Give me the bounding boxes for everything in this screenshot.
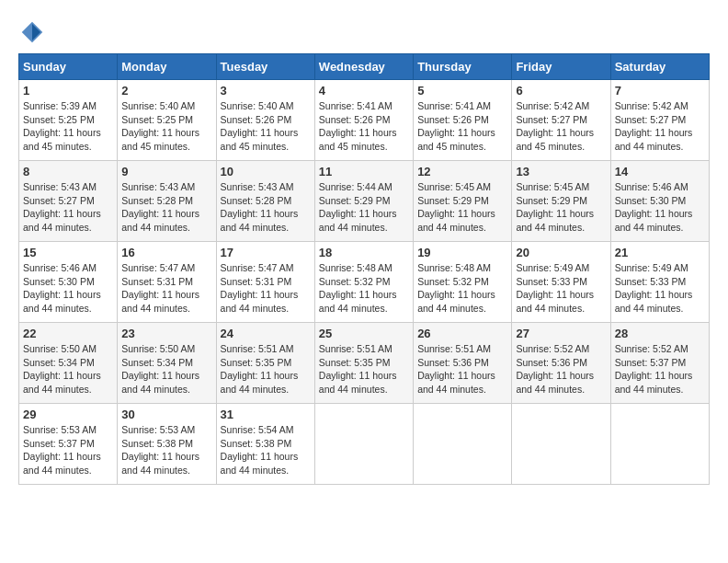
calendar-cell: 31 Sunrise: 5:54 AM Sunset: 5:38 PM Dayl…	[216, 404, 314, 485]
calendar-cell: 29 Sunrise: 5:53 AM Sunset: 5:37 PM Dayl…	[19, 404, 118, 485]
calendar-header-cell: Sunday	[19, 54, 118, 80]
day-number: 6	[516, 84, 606, 98]
calendar-cell: 6 Sunrise: 5:42 AM Sunset: 5:27 PM Dayli…	[512, 80, 610, 161]
day-number: 30	[121, 408, 211, 421]
day-number: 20	[516, 246, 606, 259]
calendar-week-row: 15 Sunrise: 5:46 AM Sunset: 5:30 PM Dayl…	[19, 242, 710, 323]
day-number: 24	[221, 327, 311, 340]
day-number: 31	[221, 408, 311, 421]
day-info: Sunrise: 5:40 AM Sunset: 5:25 PM Dayligh…	[121, 99, 211, 154]
day-number: 3	[221, 84, 311, 98]
calendar-cell	[512, 404, 610, 485]
calendar-cell: 28 Sunrise: 5:52 AM Sunset: 5:37 PM Dayl…	[610, 323, 709, 404]
calendar-cell: 18 Sunrise: 5:48 AM Sunset: 5:32 PM Dayl…	[314, 242, 413, 323]
day-number: 9	[121, 165, 211, 178]
day-info: Sunrise: 5:47 AM Sunset: 5:31 PM Dayligh…	[121, 261, 211, 316]
day-info: Sunrise: 5:49 AM Sunset: 5:33 PM Dayligh…	[516, 261, 606, 316]
day-info: Sunrise: 5:42 AM Sunset: 5:27 PM Dayligh…	[615, 99, 705, 154]
day-number: 16	[121, 246, 211, 259]
day-info: Sunrise: 5:51 AM Sunset: 5:36 PM Dayligh…	[417, 342, 507, 396]
day-info: Sunrise: 5:43 AM Sunset: 5:28 PM Dayligh…	[221, 180, 311, 235]
day-number: 2	[121, 84, 211, 98]
calendar-cell: 20 Sunrise: 5:49 AM Sunset: 5:33 PM Dayl…	[512, 242, 610, 323]
calendar-header-cell: Thursday	[414, 54, 512, 80]
calendar-cell: 30 Sunrise: 5:53 AM Sunset: 5:38 PM Dayl…	[118, 404, 216, 485]
calendar-header-cell: Tuesday	[216, 54, 314, 80]
calendar-week-row: 8 Sunrise: 5:43 AM Sunset: 5:27 PM Dayli…	[19, 161, 710, 242]
calendar-cell: 1 Sunrise: 5:39 AM Sunset: 5:25 PM Dayli…	[19, 80, 118, 161]
day-info: Sunrise: 5:41 AM Sunset: 5:26 PM Dayligh…	[319, 99, 409, 154]
day-number: 22	[23, 327, 113, 340]
calendar-header-row: SundayMondayTuesdayWednesdayThursdayFrid…	[19, 54, 710, 80]
calendar-cell: 25 Sunrise: 5:51 AM Sunset: 5:35 PM Dayl…	[314, 323, 413, 404]
calendar-week-row: 29 Sunrise: 5:53 AM Sunset: 5:37 PM Dayl…	[19, 404, 710, 485]
calendar-cell	[610, 404, 709, 485]
calendar-week-row: 1 Sunrise: 5:39 AM Sunset: 5:25 PM Dayli…	[19, 80, 710, 161]
calendar-cell: 24 Sunrise: 5:51 AM Sunset: 5:35 PM Dayl…	[216, 323, 314, 404]
calendar-cell: 11 Sunrise: 5:44 AM Sunset: 5:29 PM Dayl…	[314, 161, 413, 242]
calendar-cell: 13 Sunrise: 5:45 AM Sunset: 5:29 PM Dayl…	[512, 161, 610, 242]
calendar-cell	[414, 404, 512, 485]
day-info: Sunrise: 5:46 AM Sunset: 5:30 PM Dayligh…	[615, 180, 705, 235]
day-number: 27	[516, 327, 606, 340]
day-number: 28	[615, 327, 705, 340]
day-number: 26	[417, 327, 507, 340]
day-info: Sunrise: 5:43 AM Sunset: 5:27 PM Dayligh…	[23, 180, 113, 235]
day-number: 7	[615, 84, 705, 98]
calendar-cell: 14 Sunrise: 5:46 AM Sunset: 5:30 PM Dayl…	[610, 161, 709, 242]
calendar-cell: 12 Sunrise: 5:45 AM Sunset: 5:29 PM Dayl…	[414, 161, 512, 242]
calendar-body: 1 Sunrise: 5:39 AM Sunset: 5:25 PM Dayli…	[19, 80, 710, 485]
day-info: Sunrise: 5:52 AM Sunset: 5:37 PM Dayligh…	[615, 342, 705, 396]
day-info: Sunrise: 5:50 AM Sunset: 5:34 PM Dayligh…	[121, 342, 211, 396]
calendar-cell: 27 Sunrise: 5:52 AM Sunset: 5:36 PM Dayl…	[512, 323, 610, 404]
calendar-header-cell: Monday	[118, 54, 216, 80]
day-info: Sunrise: 5:53 AM Sunset: 5:38 PM Dayligh…	[121, 423, 211, 477]
day-info: Sunrise: 5:47 AM Sunset: 5:31 PM Dayligh…	[221, 261, 311, 316]
calendar-header-cell: Saturday	[610, 54, 709, 80]
day-number: 12	[417, 165, 507, 178]
day-number: 25	[319, 327, 409, 340]
day-number: 4	[319, 84, 409, 98]
calendar-cell: 21 Sunrise: 5:49 AM Sunset: 5:33 PM Dayl…	[610, 242, 709, 323]
calendar-cell: 5 Sunrise: 5:41 AM Sunset: 5:26 PM Dayli…	[414, 80, 512, 161]
day-number: 15	[23, 246, 113, 259]
day-info: Sunrise: 5:45 AM Sunset: 5:29 PM Dayligh…	[516, 180, 606, 235]
calendar-cell	[314, 404, 413, 485]
day-number: 21	[615, 246, 705, 259]
day-info: Sunrise: 5:50 AM Sunset: 5:34 PM Dayligh…	[23, 342, 113, 396]
day-number: 14	[615, 165, 705, 178]
calendar-cell: 26 Sunrise: 5:51 AM Sunset: 5:36 PM Dayl…	[414, 323, 512, 404]
day-number: 5	[417, 84, 507, 98]
day-number: 18	[319, 246, 409, 259]
logo	[18, 18, 50, 46]
calendar-cell: 4 Sunrise: 5:41 AM Sunset: 5:26 PM Dayli…	[314, 80, 413, 161]
day-info: Sunrise: 5:49 AM Sunset: 5:33 PM Dayligh…	[615, 261, 705, 316]
day-number: 23	[121, 327, 211, 340]
day-number: 19	[417, 246, 507, 259]
day-number: 1	[23, 84, 113, 98]
day-info: Sunrise: 5:54 AM Sunset: 5:38 PM Dayligh…	[221, 423, 311, 477]
day-info: Sunrise: 5:43 AM Sunset: 5:28 PM Dayligh…	[121, 180, 211, 235]
day-info: Sunrise: 5:48 AM Sunset: 5:32 PM Dayligh…	[319, 261, 409, 316]
calendar-cell: 22 Sunrise: 5:50 AM Sunset: 5:34 PM Dayl…	[19, 323, 118, 404]
day-info: Sunrise: 5:52 AM Sunset: 5:36 PM Dayligh…	[516, 342, 606, 396]
day-info: Sunrise: 5:51 AM Sunset: 5:35 PM Dayligh…	[319, 342, 409, 396]
calendar-cell: 23 Sunrise: 5:50 AM Sunset: 5:34 PM Dayl…	[118, 323, 216, 404]
calendar-cell: 3 Sunrise: 5:40 AM Sunset: 5:26 PM Dayli…	[216, 80, 314, 161]
day-number: 10	[221, 165, 311, 178]
calendar-cell: 7 Sunrise: 5:42 AM Sunset: 5:27 PM Dayli…	[610, 80, 709, 161]
header	[18, 18, 710, 46]
calendar-cell: 19 Sunrise: 5:48 AM Sunset: 5:32 PM Dayl…	[414, 242, 512, 323]
day-info: Sunrise: 5:42 AM Sunset: 5:27 PM Dayligh…	[516, 99, 606, 154]
calendar-cell: 16 Sunrise: 5:47 AM Sunset: 5:31 PM Dayl…	[118, 242, 216, 323]
calendar-cell: 17 Sunrise: 5:47 AM Sunset: 5:31 PM Dayl…	[216, 242, 314, 323]
day-number: 17	[221, 246, 311, 259]
day-info: Sunrise: 5:53 AM Sunset: 5:37 PM Dayligh…	[23, 423, 113, 477]
day-number: 8	[23, 165, 113, 178]
calendar-cell: 9 Sunrise: 5:43 AM Sunset: 5:28 PM Dayli…	[118, 161, 216, 242]
day-info: Sunrise: 5:48 AM Sunset: 5:32 PM Dayligh…	[417, 261, 507, 316]
day-number: 13	[516, 165, 606, 178]
calendar-header-cell: Friday	[512, 54, 610, 80]
day-info: Sunrise: 5:51 AM Sunset: 5:35 PM Dayligh…	[221, 342, 311, 396]
day-number: 29	[23, 408, 113, 421]
